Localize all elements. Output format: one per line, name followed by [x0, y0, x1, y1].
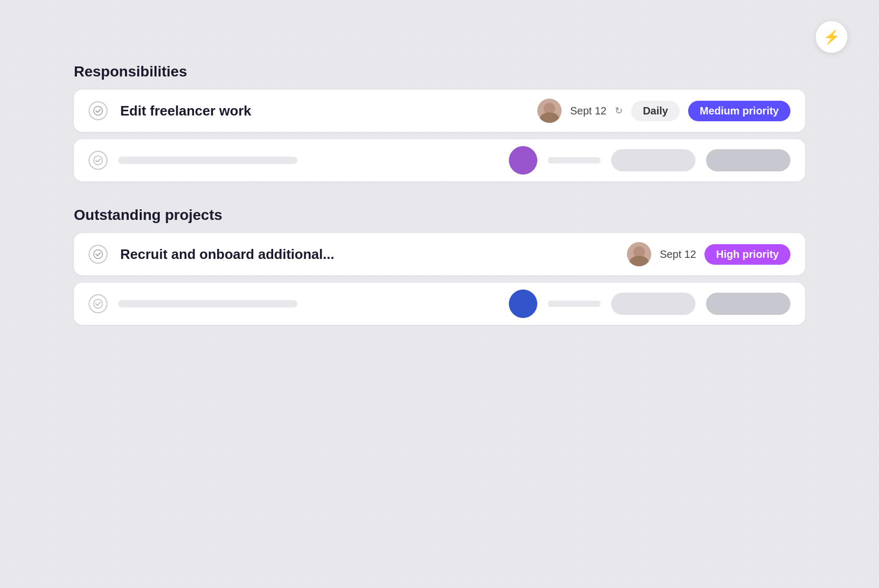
- svg-point-3: [94, 300, 103, 309]
- main-content: Responsibilities Edit freelancer work Se…: [74, 63, 805, 332]
- skeleton-priority-4: [706, 293, 790, 315]
- skeleton-priority-2: [706, 149, 790, 171]
- section-responsibilities: Responsibilities Edit freelancer work Se…: [74, 63, 805, 181]
- section-title-responsibilities: Responsibilities: [74, 63, 805, 80]
- task-card-3[interactable]: Recruit and onboard additional... Sept 1…: [74, 233, 805, 275]
- task-card-1[interactable]: Edit freelancer work Sept 12 ↻ Daily Med…: [74, 90, 805, 132]
- recur-icon-1: ↻: [615, 105, 623, 117]
- svg-point-0: [94, 107, 103, 115]
- svg-point-1: [94, 156, 103, 165]
- task-date-3: Sept 12: [660, 248, 696, 261]
- priority-badge-1: Medium priority: [688, 101, 790, 121]
- lightning-icon: ⚡: [823, 29, 840, 45]
- skeleton-title-4: [118, 300, 297, 307]
- task-title-1: Edit freelancer work: [120, 103, 537, 119]
- skeleton-date-4: [548, 301, 601, 307]
- task-date-1: Sept 12: [570, 105, 606, 117]
- lightning-button[interactable]: ⚡: [816, 21, 847, 53]
- skeleton-freq-2: [611, 149, 696, 171]
- task-card-4-skeleton: [74, 283, 805, 325]
- section-outstanding-projects: Outstanding projects Recruit and onboard…: [74, 207, 805, 325]
- skeleton-title-2: [118, 157, 297, 164]
- skeleton-freq-4: [611, 293, 696, 315]
- avatar-1: [537, 99, 562, 123]
- task-meta-1: Sept 12 ↻ Daily Medium priority: [537, 99, 790, 123]
- avatar-3: [627, 242, 651, 266]
- skeleton-avatar-2: [509, 146, 537, 175]
- priority-badge-3: High priority: [704, 244, 790, 265]
- svg-point-2: [94, 250, 103, 259]
- frequency-badge-1: Daily: [631, 101, 680, 121]
- task-title-3: Recruit and onboard additional...: [120, 246, 627, 263]
- task-checkbox-4[interactable]: [89, 294, 108, 313]
- section-title-outstanding-projects: Outstanding projects: [74, 207, 805, 224]
- task-checkbox-3[interactable]: [89, 245, 108, 264]
- skeleton-avatar-4: [509, 290, 537, 318]
- task-checkbox-1[interactable]: [89, 101, 108, 120]
- task-card-2-skeleton: [74, 139, 805, 181]
- skeleton-date-2: [548, 157, 601, 163]
- task-checkbox-2[interactable]: [89, 151, 108, 170]
- task-meta-3: Sept 12 High priority: [627, 242, 790, 266]
